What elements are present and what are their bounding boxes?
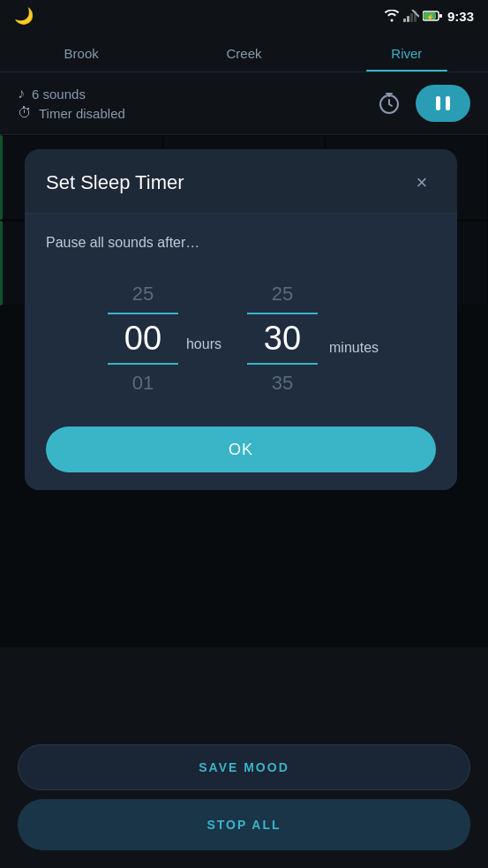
minutes-label: minutes: [329, 329, 379, 356]
modal-subtitle: Pause all sounds after…: [46, 235, 436, 251]
time-display: 9:33: [447, 9, 474, 24]
timer-icon-button[interactable]: [373, 87, 405, 119]
hours-below: 01: [108, 365, 178, 402]
sound-count-label: 6 sounds: [32, 87, 86, 102]
sound-controls: [373, 85, 470, 122]
hours-above: 25: [108, 275, 178, 314]
battery-icon: ⚡: [423, 11, 442, 21]
status-bar: 🌙 ⚡ 9:33: [0, 0, 488, 32]
hours-current: 00: [108, 314, 178, 365]
hours-picker-column[interactable]: 25 00 01: [103, 275, 183, 402]
time-picker: 25 00 01 hours 25 30 35 minutes: [46, 275, 436, 402]
music-note-icon: ♪: [18, 86, 25, 102]
tab-river[interactable]: River: [326, 32, 488, 72]
status-right: ⚡ 9:33: [384, 9, 474, 24]
tab-brook[interactable]: Brook: [0, 32, 162, 72]
sound-count-row: ♪ 6 sounds: [18, 86, 125, 102]
ok-button[interactable]: OK: [46, 426, 436, 472]
tabs-bar: Brook Creek River: [0, 32, 488, 72]
timer-status-row: ⏱ Timer disabled: [18, 105, 125, 121]
signal-icon: [403, 10, 419, 22]
sound-details: ♪ 6 sounds ⏱ Timer disabled: [18, 86, 125, 121]
sound-tiles-area: Set Sleep Timer × Pause all sounds after…: [0, 135, 488, 647]
modal-body: Pause all sounds after… 25 00 01 hours 2…: [25, 214, 457, 490]
status-icons: ⚡: [384, 10, 442, 22]
bottom-section: SAVE MOOD STOP ALL: [0, 734, 488, 868]
modal-header: Set Sleep Timer ×: [25, 149, 457, 214]
svg-rect-14: [436, 96, 440, 110]
sleep-timer-modal: Set Sleep Timer × Pause all sounds after…: [25, 149, 457, 490]
minutes-below: 35: [247, 365, 318, 402]
modal-container: Set Sleep Timer × Pause all sounds after…: [25, 149, 463, 490]
timer-status-label: Timer disabled: [39, 106, 125, 121]
stop-all-button[interactable]: STOP ALL: [18, 799, 470, 850]
svg-line-11: [389, 104, 392, 106]
svg-rect-7: [439, 14, 442, 18]
minutes-current: 30: [247, 314, 318, 365]
modal-close-button[interactable]: ×: [408, 169, 436, 197]
modal-title: Set Sleep Timer: [46, 171, 184, 194]
svg-rect-0: [403, 19, 406, 22]
timer-status-icon: ⏱: [18, 105, 32, 121]
hours-label: hours: [186, 326, 221, 352]
svg-rect-15: [446, 96, 450, 110]
wifi-icon: [384, 10, 400, 22]
svg-rect-1: [407, 16, 409, 22]
svg-text:⚡: ⚡: [426, 13, 434, 21]
save-mood-button[interactable]: SAVE MOOD: [18, 744, 470, 790]
sound-info-bar: ♪ 6 sounds ⏱ Timer disabled: [0, 72, 488, 134]
tab-creek[interactable]: Creek: [162, 32, 325, 72]
minutes-above: 25: [247, 275, 318, 314]
minutes-picker-column[interactable]: 25 30 35: [243, 275, 322, 402]
play-pause-button[interactable]: [416, 85, 470, 122]
moon-icon: 🌙: [14, 6, 34, 26]
svg-rect-2: [410, 13, 413, 22]
